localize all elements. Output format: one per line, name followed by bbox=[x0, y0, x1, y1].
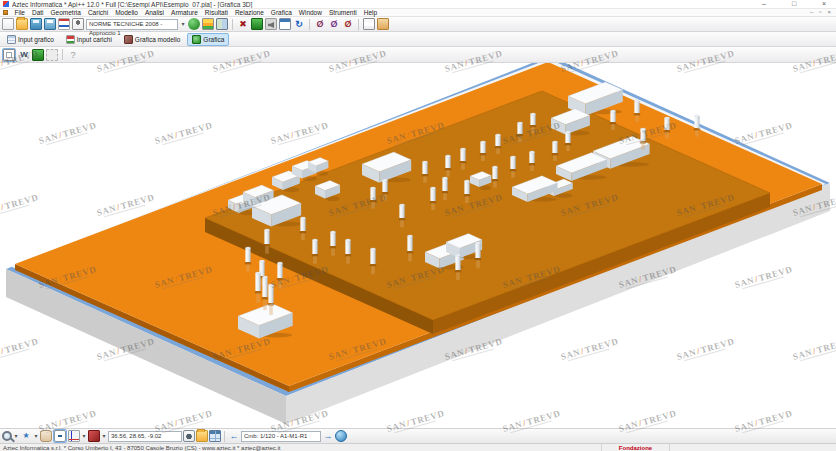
print-icon[interactable] bbox=[363, 18, 375, 30]
status-spacer bbox=[670, 444, 836, 451]
menu-grafica[interactable]: Grafica bbox=[267, 9, 295, 17]
bottom-toolbar: ▾ ★ ▾ ▾ ▾ ← → bbox=[0, 428, 836, 443]
tab-label: Input carichi bbox=[77, 36, 112, 43]
close-button[interactable]: × bbox=[819, 0, 829, 8]
menu-carichi[interactable]: Carichi bbox=[84, 9, 111, 17]
menu-help[interactable]: Help bbox=[360, 9, 380, 17]
report-icon[interactable] bbox=[377, 18, 389, 30]
menu-relazione[interactable]: Relazione bbox=[231, 9, 267, 17]
tab-input-grafico[interactable]: Input grafico bbox=[2, 33, 59, 46]
menu-strumenti[interactable]: Strumenti bbox=[325, 9, 360, 17]
save-all-icon[interactable] bbox=[44, 18, 56, 30]
mdi-minimize-button[interactable]: – bbox=[810, 9, 813, 16]
units-icon[interactable] bbox=[58, 18, 70, 30]
tab-label: Grafica modello bbox=[135, 36, 181, 43]
run-analysis-icon[interactable] bbox=[251, 18, 263, 30]
snapshot-icon[interactable] bbox=[183, 430, 195, 442]
axes-caret[interactable]: ▾ bbox=[81, 430, 87, 442]
eye-icon bbox=[54, 430, 66, 442]
menu-file[interactable]: File bbox=[11, 9, 28, 17]
loads-icon bbox=[66, 35, 75, 44]
pan-hand-icon[interactable] bbox=[40, 430, 52, 442]
menu-dati[interactable]: Dati bbox=[28, 9, 47, 17]
model-icon bbox=[124, 35, 133, 44]
graphics-icon bbox=[192, 35, 201, 44]
materials-icon[interactable] bbox=[188, 18, 200, 30]
window-layout-icon[interactable] bbox=[279, 18, 291, 30]
app-icon bbox=[3, 1, 9, 7]
menu-geometria[interactable]: Geometria bbox=[47, 9, 84, 17]
mdi-close-button[interactable]: × bbox=[827, 9, 831, 16]
refresh-icon[interactable]: ↻ bbox=[293, 18, 305, 30]
norm-combobox[interactable]: NORME TECNICHE 2008 - Approccio 1 bbox=[86, 19, 178, 30]
menu-modello[interactable]: Modello bbox=[112, 9, 142, 17]
tab-label: Input grafico bbox=[18, 36, 54, 43]
company-info: Aztec Informatica s.r.l. * Corso Umberto… bbox=[0, 444, 602, 451]
zoom-icon[interactable] bbox=[2, 431, 12, 441]
mdi-restore-button[interactable]: ▫ bbox=[819, 9, 821, 16]
menu-bar: File Dati Geometria Carichi Modello Anal… bbox=[0, 9, 836, 17]
rebar-delete-icon[interactable]: Ø bbox=[342, 18, 354, 30]
sound-icon[interactable] bbox=[265, 18, 277, 30]
render-mode-icon[interactable] bbox=[88, 430, 100, 442]
combination-input[interactable] bbox=[241, 431, 321, 442]
norm-combobox-caret[interactable]: ▾ bbox=[180, 18, 186, 30]
status-bar: Aztec Informatica s.r.l. * Corso Umberto… bbox=[0, 443, 836, 451]
grid-icon bbox=[7, 35, 16, 44]
menu-analisi[interactable]: Analisi bbox=[141, 9, 167, 17]
rotate-view-caret[interactable]: ▾ bbox=[33, 430, 39, 442]
open-file-icon[interactable] bbox=[16, 18, 28, 30]
tab-grafica[interactable]: Grafica bbox=[187, 33, 229, 46]
save-icon[interactable] bbox=[30, 18, 42, 30]
open-view-icon[interactable] bbox=[196, 430, 208, 442]
view-options-toolbar: W ? bbox=[0, 47, 836, 63]
3d-model-canvas[interactable] bbox=[0, 63, 836, 428]
select-rectangle-icon bbox=[3, 49, 15, 61]
menu-armature[interactable]: Armature bbox=[168, 9, 202, 17]
soil-layers-icon[interactable] bbox=[202, 18, 214, 30]
tab-grafica-modello[interactable]: Grafica modello bbox=[119, 33, 186, 46]
rotate-view-icon[interactable]: ★ bbox=[20, 430, 32, 442]
3d-viewport[interactable] bbox=[0, 63, 836, 428]
next-combination-button[interactable]: → bbox=[322, 430, 334, 442]
rebar-plate-icon[interactable]: Ø bbox=[328, 18, 340, 30]
select-rectangle-button[interactable] bbox=[2, 48, 16, 62]
menu-risultati[interactable]: Risultati bbox=[201, 9, 231, 17]
menu-window[interactable]: Window bbox=[295, 9, 325, 17]
tab-label: Grafica bbox=[203, 36, 224, 43]
previous-combination-button[interactable]: ← bbox=[228, 430, 240, 442]
wireframe-icon[interactable]: W bbox=[18, 49, 30, 61]
mdi-child-icon[interactable] bbox=[3, 10, 8, 15]
window-title: Aztec Informatica * Api++ 12.0 * Full [C… bbox=[12, 1, 759, 8]
coordinates-input[interactable] bbox=[108, 431, 182, 442]
solid-view-icon[interactable] bbox=[32, 49, 44, 61]
axes-icon[interactable] bbox=[68, 430, 80, 442]
results-table-icon[interactable] bbox=[209, 430, 221, 442]
main-toolbar: NORME TECNICHE 2008 - Approccio 1 ▾ ✖ ↻ … bbox=[0, 17, 836, 32]
norm-settings-icon[interactable] bbox=[72, 18, 84, 30]
help-globe-icon[interactable] bbox=[335, 430, 347, 442]
new-file-icon[interactable] bbox=[2, 18, 14, 30]
texture-view-icon[interactable] bbox=[46, 49, 58, 61]
rebar-section-icon[interactable]: Ø bbox=[314, 18, 326, 30]
tab-input-carichi[interactable]: Input carichi bbox=[61, 33, 117, 46]
analysis-tools-icon[interactable]: ✖ bbox=[237, 18, 249, 30]
data-table-icon[interactable] bbox=[216, 18, 228, 30]
minimize-button[interactable]: – bbox=[759, 0, 769, 8]
render-mode-caret[interactable]: ▾ bbox=[101, 430, 107, 442]
view-eye-button[interactable] bbox=[53, 429, 67, 443]
view-tabs-toolbar: Input grafico Input carichi Grafica mode… bbox=[0, 32, 836, 47]
mode-badge: Fondazione bbox=[602, 444, 670, 451]
query-info-icon[interactable]: ? bbox=[67, 49, 79, 61]
maximize-button[interactable]: □ bbox=[789, 0, 799, 8]
